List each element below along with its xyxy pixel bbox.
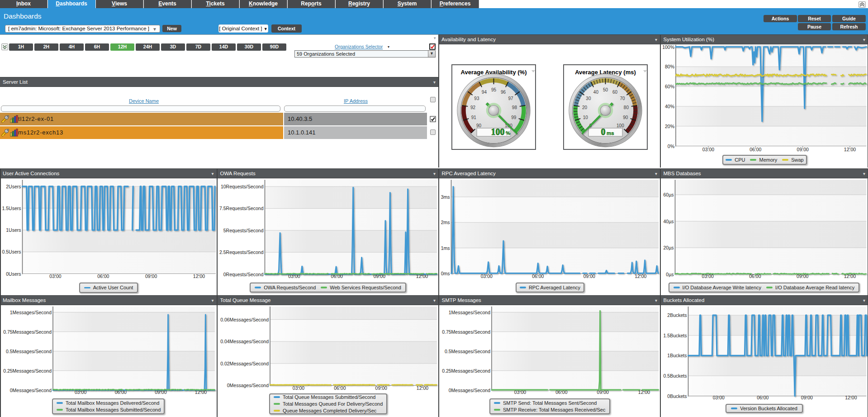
- svg-text:1Users: 1Users: [6, 227, 21, 233]
- svg-text:12:00: 12:00: [417, 385, 428, 391]
- svg-text:%: %: [506, 130, 510, 136]
- svg-text:1Messages/Second: 1Messages/Second: [449, 310, 490, 315]
- svg-text:09:00: 09:00: [583, 273, 595, 279]
- svg-text:80: 80: [624, 105, 629, 110]
- svg-text:1.5Buckets: 1.5Buckets: [664, 333, 687, 338]
- svg-text:09:00: 09:00: [374, 273, 385, 279]
- svg-text:09:00: 09:00: [375, 385, 387, 391]
- svg-text:40%: 40%: [665, 104, 674, 109]
- svg-text:0Users: 0Users: [6, 271, 21, 277]
- svg-text:60µs: 60µs: [664, 192, 674, 197]
- svg-text:50: 50: [603, 87, 608, 92]
- svg-text:96: 96: [501, 90, 506, 95]
- svg-text:80%: 80%: [665, 64, 674, 69]
- svg-text:40: 40: [593, 90, 599, 95]
- svg-text:06:00: 06:00: [97, 273, 109, 279]
- svg-text:0.5Buckets: 0.5Buckets: [664, 373, 687, 379]
- svg-text:0.75Messages/Second: 0.75Messages/Second: [3, 329, 52, 335]
- svg-text:95: 95: [491, 87, 497, 92]
- svg-text:03:00: 03:00: [481, 273, 493, 279]
- svg-text:0.06Messages/Second: 0.06Messages/Second: [220, 317, 269, 322]
- svg-text:0.25Messages/Second: 0.25Messages/Second: [442, 368, 490, 374]
- svg-text:0.04Messages/Second: 0.04Messages/Second: [220, 339, 269, 344]
- svg-text:0: 0: [589, 123, 592, 128]
- svg-text:70: 70: [620, 96, 626, 101]
- svg-text:40µs: 40µs: [664, 219, 674, 224]
- svg-text:98: 98: [512, 105, 517, 110]
- svg-text:12:00: 12:00: [845, 395, 857, 400]
- svg-text:2.5Requests/Second: 2.5Requests/Second: [219, 249, 264, 255]
- svg-text:06:00: 06:00: [115, 389, 127, 395]
- svg-text:0.5Messages/Second: 0.5Messages/Second: [445, 349, 490, 354]
- svg-text:06:00: 06:00: [532, 273, 544, 279]
- svg-text:0Messages/Second: 0Messages/Second: [10, 388, 52, 393]
- svg-text:0.5Messages/Second: 0.5Messages/Second: [6, 349, 52, 354]
- svg-text:03:00: 03:00: [702, 147, 714, 152]
- svg-text:06:00: 06:00: [334, 385, 346, 391]
- svg-text:20: 20: [582, 105, 588, 110]
- svg-text:1Messages/Second: 1Messages/Second: [10, 310, 52, 315]
- svg-text:12:00: 12:00: [195, 389, 207, 395]
- svg-text:1Buckets: 1Buckets: [667, 353, 687, 358]
- svg-text:5Requests/Second: 5Requests/Second: [223, 228, 264, 233]
- svg-text:100: 100: [491, 127, 505, 137]
- svg-text:2Users: 2Users: [6, 184, 21, 189]
- svg-text:09:00: 09:00: [801, 395, 813, 400]
- svg-text:ms: ms: [607, 130, 614, 136]
- svg-text:60: 60: [612, 90, 618, 95]
- svg-text:30: 30: [586, 96, 591, 101]
- svg-text:Average Latency (ms): Average Latency (ms): [575, 69, 636, 76]
- svg-text:03:00: 03:00: [514, 389, 526, 395]
- svg-text:0.5Users: 0.5Users: [2, 249, 21, 254]
- svg-text:0Messages/Second: 0Messages/Second: [449, 388, 490, 393]
- svg-text:12:00: 12:00: [193, 273, 205, 279]
- svg-text:12:00: 12:00: [635, 273, 646, 279]
- svg-text:12:00: 12:00: [844, 147, 856, 152]
- svg-text:2Buckets: 2Buckets: [667, 312, 687, 318]
- svg-text:0.75Messages/Second: 0.75Messages/Second: [442, 329, 490, 335]
- svg-text:06:00: 06:00: [757, 395, 768, 400]
- svg-text:09:00: 09:00: [597, 389, 609, 395]
- svg-text:20%: 20%: [665, 124, 674, 129]
- svg-text:94: 94: [482, 90, 487, 95]
- svg-text:93: 93: [474, 96, 479, 101]
- svg-text:12:00: 12:00: [416, 273, 428, 279]
- svg-text:1ms: 1ms: [441, 245, 450, 251]
- svg-text:10Requests/Second: 10Requests/Second: [221, 184, 264, 189]
- svg-text:03:00: 03:00: [49, 273, 61, 279]
- svg-text:97: 97: [508, 96, 514, 101]
- svg-text:03:00: 03:00: [75, 389, 86, 395]
- svg-text:03:00: 03:00: [713, 395, 725, 400]
- svg-text:99: 99: [511, 115, 517, 120]
- svg-text:0µs: 0µs: [666, 272, 674, 277]
- svg-text:10: 10: [583, 115, 588, 120]
- svg-text:0.25Messages/Second: 0.25Messages/Second: [3, 368, 52, 374]
- svg-text:09:00: 09:00: [145, 273, 157, 279]
- svg-text:0ms: 0ms: [441, 271, 450, 276]
- svg-text:100%: 100%: [662, 44, 674, 50]
- svg-text:03:00: 03:00: [293, 385, 304, 391]
- svg-text:09:00: 09:00: [797, 273, 808, 279]
- svg-text:12:00: 12:00: [638, 389, 650, 395]
- svg-text:60%: 60%: [665, 84, 674, 89]
- svg-text:90: 90: [623, 115, 628, 120]
- svg-text:0Requests/Second: 0Requests/Second: [223, 272, 264, 277]
- svg-text:06:00: 06:00: [749, 273, 761, 279]
- svg-text:0Messages/Second: 0Messages/Second: [227, 383, 269, 388]
- svg-text:0: 0: [601, 127, 606, 137]
- svg-text:12:00: 12:00: [844, 273, 856, 279]
- svg-text:09:00: 09:00: [797, 147, 809, 152]
- svg-text:03:00: 03:00: [288, 273, 300, 279]
- svg-text:06:00: 06:00: [749, 147, 761, 152]
- svg-text:90: 90: [476, 123, 482, 128]
- svg-text:06:00: 06:00: [331, 273, 343, 279]
- svg-text:20µs: 20µs: [664, 245, 674, 250]
- svg-text:0%: 0%: [668, 144, 674, 149]
- svg-text:7.5Requests/Second: 7.5Requests/Second: [219, 206, 264, 211]
- svg-text:3ms: 3ms: [441, 194, 450, 200]
- svg-text:1.5Users: 1.5Users: [2, 206, 21, 211]
- svg-text:0.02Messages/Second: 0.02Messages/Second: [220, 361, 269, 366]
- svg-text:0Buckets: 0Buckets: [667, 393, 687, 399]
- svg-text:06:00: 06:00: [555, 389, 567, 395]
- svg-text:2ms: 2ms: [441, 220, 450, 225]
